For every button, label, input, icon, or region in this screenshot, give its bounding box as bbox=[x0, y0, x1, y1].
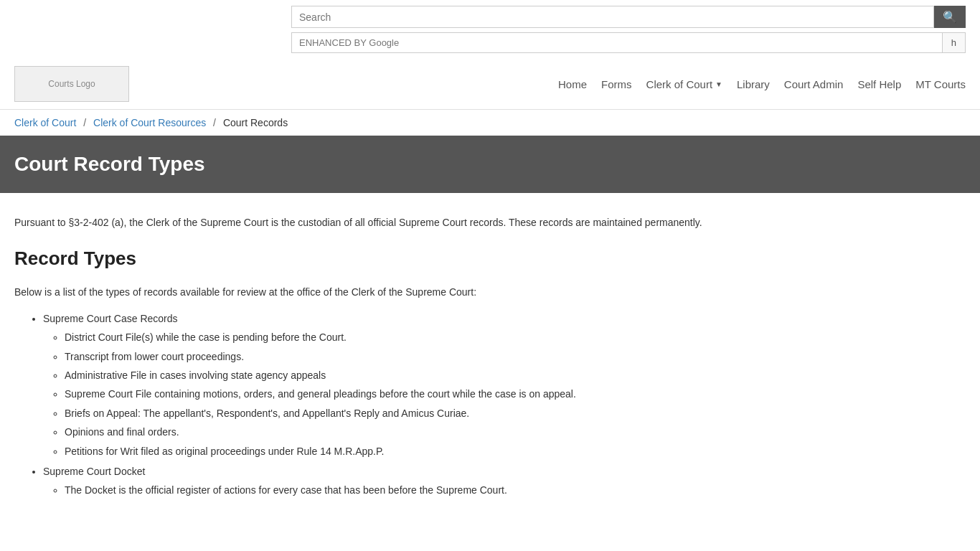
list-item: Briefs on Appeal: The appellant's, Respo… bbox=[65, 405, 918, 421]
nav-mt-courts[interactable]: MT Courts bbox=[915, 78, 966, 90]
main-nav: Home Forms Clerk of Court ▼ Library Cour… bbox=[558, 78, 966, 90]
nav-home[interactable]: Home bbox=[558, 78, 587, 90]
search-area: 🔍 h bbox=[0, 0, 980, 59]
breadcrumb: Clerk of Court / Clerk of Court Resource… bbox=[0, 110, 980, 136]
list-item: Administrative File in cases involving s… bbox=[65, 367, 918, 383]
logo-area: Courts Logo bbox=[14, 66, 129, 102]
courts-logo: Courts Logo bbox=[14, 66, 129, 102]
breadcrumb-separator-2: / bbox=[213, 117, 216, 128]
list-item-label: Supreme Court Case Records bbox=[43, 313, 178, 324]
search-icon: 🔍 bbox=[943, 11, 957, 23]
main-search-bar: 🔍 bbox=[291, 6, 966, 28]
google-search-button[interactable]: h bbox=[943, 32, 966, 53]
list-item: Opinions and final orders. bbox=[65, 424, 918, 440]
nav-court-admin[interactable]: Court Admin bbox=[784, 78, 844, 90]
google-search-bar: h bbox=[291, 32, 966, 53]
page-title: Court Record Types bbox=[14, 153, 966, 176]
google-search-icon: h bbox=[951, 37, 956, 48]
breadcrumb-clerk-of-court-resources[interactable]: Clerk of Court Resources bbox=[93, 117, 206, 128]
breadcrumb-current: Court Records bbox=[223, 117, 288, 128]
google-search-input[interactable] bbox=[291, 32, 943, 53]
header: Courts Logo Home Forms Clerk of Court ▼ … bbox=[0, 59, 980, 110]
list-item: Transcript from lower court proceedings. bbox=[65, 349, 918, 364]
record-types-list: Supreme Court Case Records District Cour… bbox=[43, 311, 918, 499]
main-search-button[interactable]: 🔍 bbox=[934, 6, 966, 28]
list-item: Supreme Court Case Records District Cour… bbox=[43, 311, 918, 459]
page-title-banner: Court Record Types bbox=[0, 136, 980, 193]
chevron-down-icon: ▼ bbox=[715, 80, 722, 88]
intro-text: Pursuant to §3-2-402 (a), the Clerk of t… bbox=[14, 215, 918, 230]
list-item: The Docket is the official register of a… bbox=[65, 482, 918, 498]
list-item: Petitions for Writ filed as original pro… bbox=[65, 443, 918, 459]
nav-forms[interactable]: Forms bbox=[601, 78, 632, 90]
logo-text: Courts Logo bbox=[48, 79, 95, 89]
breadcrumb-separator-1: / bbox=[83, 117, 86, 128]
list-item: Supreme Court File containing motions, o… bbox=[65, 386, 918, 402]
nav-library[interactable]: Library bbox=[737, 78, 770, 90]
list-item-label: Supreme Court Docket bbox=[43, 466, 145, 477]
main-content: Pursuant to §3-2-402 (a), the Clerk of t… bbox=[0, 193, 933, 527]
record-types-heading: Record Types bbox=[14, 248, 918, 270]
nav-clerk-of-court[interactable]: Clerk of Court ▼ bbox=[646, 78, 722, 90]
sub-list: The Docket is the official register of a… bbox=[65, 482, 918, 498]
main-search-input[interactable] bbox=[291, 6, 934, 28]
list-item: Supreme Court Docket The Docket is the o… bbox=[43, 463, 918, 499]
below-text: Below is a list of the types of records … bbox=[14, 284, 918, 300]
list-item: District Court File(s) while the case is… bbox=[65, 329, 918, 345]
nav-clerk-of-court-label: Clerk of Court bbox=[646, 78, 713, 90]
breadcrumb-clerk-of-court[interactable]: Clerk of Court bbox=[14, 117, 76, 128]
sub-list: District Court File(s) while the case is… bbox=[65, 329, 918, 459]
nav-self-help[interactable]: Self Help bbox=[857, 78, 901, 90]
